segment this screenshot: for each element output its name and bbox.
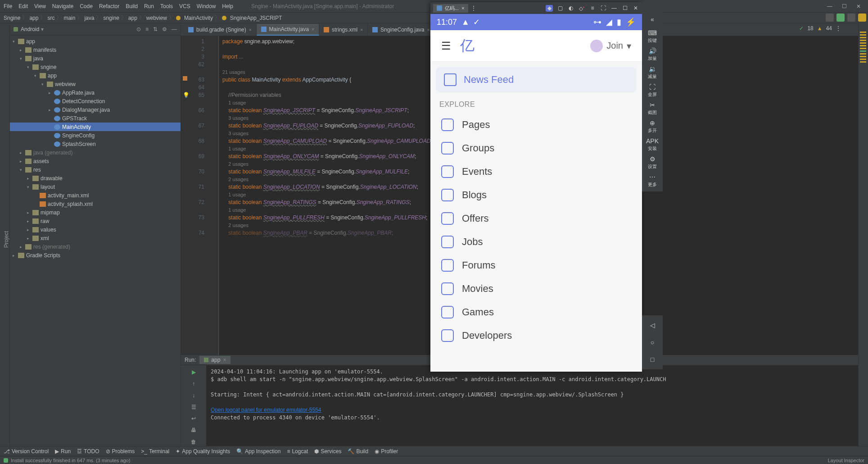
nav-blogs[interactable]: Blogs (436, 183, 637, 207)
line-number[interactable] (181, 160, 204, 168)
line-number[interactable]: 3 (181, 53, 204, 61)
emu-tool-多开[interactable]: ⊕多开 (643, 118, 661, 136)
bottom-app-quality-insights[interactable]: ✦App Quality Insights (176, 448, 230, 455)
tree-node[interactable]: SplashScreen (10, 140, 181, 148)
project-view-selector[interactable]: Android (21, 26, 39, 32)
line-number[interactable]: 62 (181, 61, 204, 68)
settings-icon[interactable] (858, 14, 866, 22)
tree-node[interactable]: GPSTrack (10, 114, 181, 123)
nav-news-feed[interactable]: News Feed (436, 67, 637, 92)
menu-edit[interactable]: Edit (18, 3, 28, 9)
tree-node[interactable]: ▾webview (10, 80, 181, 88)
shield-icon[interactable]: ◆ (546, 5, 553, 12)
close-icon[interactable]: × (312, 27, 314, 32)
line-number[interactable]: 2 (181, 45, 204, 53)
hide-button[interactable]: — (172, 26, 177, 32)
tree-arrow-icon[interactable]: ▸ (20, 150, 25, 155)
bottom-build[interactable]: 🔨Build (348, 448, 368, 455)
tree-arrow-icon[interactable]: ▾ (13, 39, 18, 44)
close-icon[interactable]: ✕ (632, 5, 639, 12)
logcat-link[interactable]: Open logcat panel for emulator emulator-… (211, 407, 321, 413)
breadcrumb-item[interactable]: main (63, 15, 75, 21)
tree-arrow-icon[interactable]: ▸ (20, 245, 25, 249)
line-number[interactable]: 74 (181, 229, 204, 237)
expand-icon[interactable]: ⛶ (600, 5, 607, 12)
emulator-tab[interactable]: 亿码... × (433, 4, 468, 13)
tree-node[interactable]: ▸manifests (10, 45, 181, 54)
breadcrumb-item[interactable]: src (47, 15, 54, 21)
emu-tool-设置[interactable]: ⚙设置 (643, 154, 661, 172)
tree-node[interactable]: ▸raw (10, 217, 181, 225)
line-number[interactable]: 71 (181, 183, 204, 191)
error-stripe[interactable] (860, 32, 866, 63)
home-button[interactable]: ○ (651, 339, 654, 346)
more-icon[interactable]: ⋮ (836, 25, 841, 32)
wrap-button[interactable]: ↩ (190, 414, 198, 423)
override-icon[interactable] (183, 76, 187, 81)
menu-file[interactable]: File (4, 3, 12, 9)
tree-node[interactable]: MainActivity (10, 123, 181, 131)
emu-tool-减量[interactable]: 🔉减量 (643, 64, 661, 82)
maximize-icon[interactable]: ☐ (621, 5, 628, 12)
breadcrumb-item[interactable]: java (84, 15, 94, 21)
line-number[interactable]: 1 (181, 38, 204, 45)
tree-arrow-icon[interactable]: ▸ (49, 108, 54, 112)
emu-tool-截图[interactable]: ✂截图 (643, 100, 661, 118)
inspection-summary[interactable]: ✓ 18 ▲ 44 ⋮ (799, 25, 841, 32)
line-number[interactable] (181, 222, 204, 229)
nav-jobs[interactable]: Jobs (436, 230, 637, 254)
tree-node[interactable]: ▸values (10, 225, 181, 234)
menu-tools[interactable]: Tools (160, 3, 173, 9)
line-number[interactable]: 63 (181, 76, 204, 84)
target-icon[interactable]: ⊙ (136, 26, 141, 32)
tree-arrow-icon[interactable]: ▸ (27, 219, 32, 223)
tree-node[interactable]: ▸Gradle Scripts (10, 251, 181, 259)
bottom-services[interactable]: ⬢Services (314, 448, 341, 455)
tree-node[interactable]: ▸DialogManager.java (10, 105, 181, 114)
tree-node[interactable]: ▸AppRate.java (10, 88, 181, 97)
intention-bulb-icon[interactable]: 💡 (183, 91, 190, 99)
tree-node[interactable]: ▾layout (10, 182, 181, 191)
tree-arrow-icon[interactable]: ▾ (27, 65, 32, 69)
nav-pages[interactable]: Pages (436, 113, 637, 136)
run-config-tab[interactable]: app × (199, 356, 231, 364)
menu-build[interactable]: Build (126, 3, 138, 9)
tree-arrow-icon[interactable]: ▸ (27, 227, 32, 232)
more-icon[interactable]: ⋮ (471, 5, 476, 11)
run-output[interactable]: 2024-04-10 11:04:16: Launching app on 'e… (206, 365, 868, 446)
nav-groups[interactable]: Groups (436, 136, 637, 160)
tree-arrow-icon[interactable]: ▸ (27, 210, 32, 215)
tree-arrow-icon[interactable]: ▾ (20, 168, 25, 172)
menu-code[interactable]: Code (80, 3, 93, 9)
nav-offers[interactable]: Offers (436, 207, 637, 230)
tree-arrow-icon[interactable]: ▸ (20, 159, 25, 164)
bottom-problems[interactable]: ⊘Problems (106, 448, 135, 455)
tree-arrow-icon[interactable]: ▸ (20, 48, 25, 52)
tree-node[interactable]: activity_main.xml (10, 191, 181, 200)
tree-arrow-icon[interactable]: ▾ (41, 82, 47, 86)
close-icon[interactable]: × (461, 5, 464, 11)
line-number[interactable]: 73 (181, 214, 204, 222)
line-number[interactable]: 64 (181, 84, 204, 91)
tree-arrow-icon[interactable]: ▸ (49, 91, 54, 95)
line-number[interactable] (181, 145, 204, 153)
editor-tab[interactable]: strings.xml× (319, 24, 368, 36)
sync-icon[interactable] (826, 14, 834, 22)
breadcrumb-item[interactable]: webview (146, 15, 167, 21)
sort-icon[interactable]: ⇅ (153, 26, 158, 32)
line-number[interactable] (181, 68, 204, 76)
close-icon[interactable]: × (427, 27, 430, 32)
line-number[interactable] (181, 206, 204, 214)
join-button[interactable]: Join ▾ (590, 40, 631, 52)
line-number[interactable]: 70 (181, 168, 204, 176)
tree-arrow-icon[interactable]: ▾ (34, 73, 40, 78)
close-icon[interactable]: × (249, 27, 252, 32)
search-icon[interactable] (847, 14, 855, 22)
chevron-down-icon[interactable]: ▾ (41, 26, 44, 32)
menu-navigate[interactable]: Navigate (52, 3, 73, 9)
menu-help[interactable]: Help (222, 3, 233, 9)
close-button[interactable]: ✕ (853, 3, 864, 9)
bottom-profiler[interactable]: ◉Profiler (375, 448, 398, 455)
nav-games[interactable]: Games (436, 300, 637, 324)
line-number[interactable] (181, 176, 204, 183)
